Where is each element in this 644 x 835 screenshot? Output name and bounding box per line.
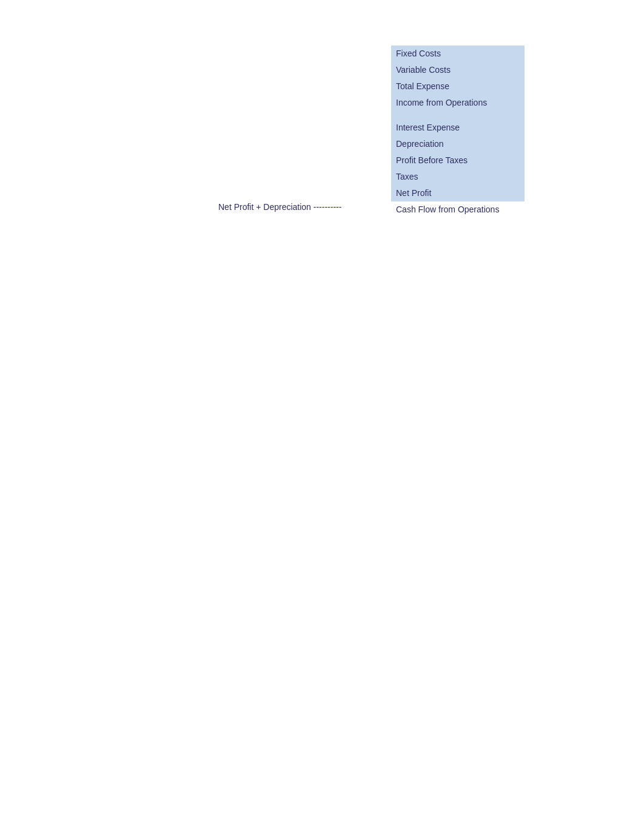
- income-from-ops-label: Income from Operations: [396, 98, 487, 107]
- total-expense-item: Total Expense: [391, 78, 525, 95]
- total-expense-label: Total Expense: [396, 81, 449, 91]
- fixed-costs-item: Fixed Costs: [391, 46, 525, 62]
- taxes-item: Taxes: [391, 169, 525, 185]
- net-profit-item: Net Profit: [391, 185, 525, 201]
- interest-expense-item: Interest Expense: [391, 120, 525, 136]
- fixed-costs-label: Fixed Costs: [396, 49, 441, 58]
- variable-costs-label: Variable Costs: [396, 65, 451, 75]
- variable-costs-item: Variable Costs: [391, 62, 525, 78]
- taxes-label: Taxes: [396, 172, 418, 181]
- interest-expense-label: Interest Expense: [396, 123, 460, 132]
- net-profit-label: Net Profit: [396, 188, 431, 198]
- depreciation-item: Depreciation: [391, 136, 525, 152]
- net-profit-depreciation-label: Net Profit + Depreciation ----------: [218, 202, 341, 212]
- spacer-row: [391, 111, 525, 120]
- profit-before-taxes-item: Profit Before Taxes: [391, 152, 525, 169]
- income-from-ops-item: Income from Operations: [391, 95, 525, 111]
- depreciation-label: Depreciation: [396, 139, 444, 149]
- profit-before-taxes-label: Profit Before Taxes: [396, 155, 468, 165]
- cash-flow-ops-item: Cash Flow from Operations: [391, 201, 525, 218]
- financial-panel: Fixed Costs Variable Costs Total Expense…: [391, 46, 525, 218]
- cash-flow-ops-label: Cash Flow from Operations: [396, 205, 499, 214]
